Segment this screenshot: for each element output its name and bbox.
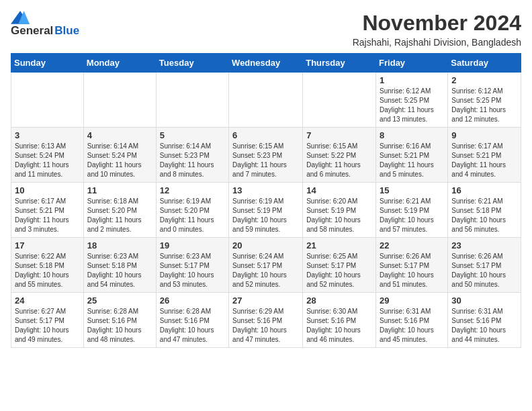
day-number: 5 [160, 130, 225, 140]
calendar-table: SundayMondayTuesdayWednesdayThursdayFrid… [11, 53, 521, 348]
calendar-cell: 8Sunrise: 6:16 AM Sunset: 5:21 PM Daylig… [376, 128, 448, 183]
day-info: Sunrise: 6:13 AM Sunset: 5:24 PM Dayligh… [15, 142, 80, 179]
day-number: 8 [380, 130, 444, 140]
logo-icon [11, 11, 30, 24]
month-title: November 2024 [353, 11, 521, 36]
day-number: 26 [160, 295, 225, 306]
day-info: Sunrise: 6:15 AM Sunset: 5:22 PM Dayligh… [306, 142, 372, 179]
calendar-week-row: 17Sunrise: 6:22 AM Sunset: 5:18 PM Dayli… [11, 238, 521, 293]
weekday-header-sunday: Sunday [11, 54, 84, 73]
day-info: Sunrise: 6:14 AM Sunset: 5:24 PM Dayligh… [87, 142, 152, 179]
location-title: Rajshahi, Rajshahi Division, Bangladesh [353, 37, 521, 48]
calendar-cell: 10Sunrise: 6:17 AM Sunset: 5:21 PM Dayli… [11, 183, 84, 238]
calendar-cell: 9Sunrise: 6:17 AM Sunset: 5:21 PM Daylig… [448, 128, 521, 183]
day-info: Sunrise: 6:28 AM Sunset: 5:16 PM Dayligh… [160, 307, 225, 345]
day-number: 27 [232, 295, 299, 306]
calendar-cell: 26Sunrise: 6:28 AM Sunset: 5:16 PM Dayli… [156, 293, 228, 348]
day-info: Sunrise: 6:27 AM Sunset: 5:17 PM Dayligh… [15, 307, 80, 345]
day-info: Sunrise: 6:26 AM Sunset: 5:17 PM Dayligh… [380, 252, 444, 289]
calendar-cell: 16Sunrise: 6:21 AM Sunset: 5:18 PM Dayli… [448, 183, 521, 238]
calendar-week-row: 10Sunrise: 6:17 AM Sunset: 5:21 PM Dayli… [11, 183, 521, 238]
day-info: Sunrise: 6:31 AM Sunset: 5:16 PM Dayligh… [380, 307, 444, 345]
calendar-cell: 7Sunrise: 6:15 AM Sunset: 5:22 PM Daylig… [303, 128, 376, 183]
calendar-cell: 12Sunrise: 6:19 AM Sunset: 5:20 PM Dayli… [156, 183, 228, 238]
calendar-cell [11, 73, 84, 128]
day-info: Sunrise: 6:31 AM Sunset: 5:16 PM Dayligh… [451, 307, 517, 345]
logo: General Blue [11, 11, 79, 38]
day-info: Sunrise: 6:24 AM Sunset: 5:17 PM Dayligh… [232, 252, 299, 289]
day-info: Sunrise: 6:21 AM Sunset: 5:18 PM Dayligh… [451, 197, 517, 234]
calendar-cell [83, 73, 156, 128]
day-number: 30 [451, 295, 517, 306]
day-info: Sunrise: 6:23 AM Sunset: 5:18 PM Dayligh… [87, 252, 152, 289]
day-info: Sunrise: 6:17 AM Sunset: 5:21 PM Dayligh… [451, 142, 517, 179]
day-number: 13 [232, 185, 299, 195]
calendar-cell: 3Sunrise: 6:13 AM Sunset: 5:24 PM Daylig… [11, 128, 84, 183]
day-number: 24 [15, 295, 80, 306]
calendar-cell: 25Sunrise: 6:28 AM Sunset: 5:16 PM Dayli… [83, 293, 156, 348]
day-number: 18 [87, 240, 152, 250]
day-info: Sunrise: 6:18 AM Sunset: 5:20 PM Dayligh… [87, 197, 152, 234]
calendar-cell: 24Sunrise: 6:27 AM Sunset: 5:17 PM Dayli… [11, 293, 84, 348]
calendar-cell: 22Sunrise: 6:26 AM Sunset: 5:17 PM Dayli… [376, 238, 448, 293]
calendar-week-row: 1Sunrise: 6:12 AM Sunset: 5:25 PM Daylig… [11, 73, 521, 128]
logo-blue: Blue [54, 24, 79, 38]
day-number: 7 [306, 130, 372, 140]
weekday-header-tuesday: Tuesday [156, 54, 228, 73]
weekday-header-row: SundayMondayTuesdayWednesdayThursdayFrid… [11, 54, 521, 73]
day-number: 4 [87, 130, 152, 140]
day-number: 25 [87, 295, 152, 306]
day-number: 17 [15, 240, 80, 250]
day-info: Sunrise: 6:19 AM Sunset: 5:20 PM Dayligh… [160, 197, 225, 234]
day-info: Sunrise: 6:20 AM Sunset: 5:19 PM Dayligh… [306, 197, 372, 234]
day-info: Sunrise: 6:16 AM Sunset: 5:21 PM Dayligh… [380, 142, 444, 179]
calendar-cell: 1Sunrise: 6:12 AM Sunset: 5:25 PM Daylig… [376, 73, 448, 128]
calendar-cell: 27Sunrise: 6:29 AM Sunset: 5:16 PM Dayli… [229, 293, 303, 348]
title-area: November 2024 Rajshahi, Rajshahi Divisio… [353, 11, 521, 48]
calendar-cell [229, 73, 303, 128]
weekday-header-monday: Monday [83, 54, 156, 73]
day-info: Sunrise: 6:30 AM Sunset: 5:16 PM Dayligh… [306, 307, 372, 345]
calendar-cell: 21Sunrise: 6:25 AM Sunset: 5:17 PM Dayli… [303, 238, 376, 293]
day-number: 16 [451, 185, 517, 195]
calendar-cell: 17Sunrise: 6:22 AM Sunset: 5:18 PM Dayli… [11, 238, 84, 293]
day-number: 10 [15, 185, 80, 195]
calendar-cell: 20Sunrise: 6:24 AM Sunset: 5:17 PM Dayli… [229, 238, 303, 293]
day-number: 19 [160, 240, 225, 250]
day-number: 2 [451, 75, 517, 85]
day-info: Sunrise: 6:17 AM Sunset: 5:21 PM Dayligh… [15, 197, 80, 234]
calendar-week-row: 24Sunrise: 6:27 AM Sunset: 5:17 PM Dayli… [11, 293, 521, 348]
calendar-cell: 29Sunrise: 6:31 AM Sunset: 5:16 PM Dayli… [376, 293, 448, 348]
weekday-header-saturday: Saturday [448, 54, 521, 73]
day-info: Sunrise: 6:22 AM Sunset: 5:18 PM Dayligh… [15, 252, 80, 289]
logo-general: General [11, 24, 53, 38]
day-number: 6 [232, 130, 299, 140]
day-number: 11 [87, 185, 152, 195]
calendar-cell: 28Sunrise: 6:30 AM Sunset: 5:16 PM Dayli… [303, 293, 376, 348]
calendar-cell: 5Sunrise: 6:14 AM Sunset: 5:23 PM Daylig… [156, 128, 228, 183]
calendar-cell: 6Sunrise: 6:15 AM Sunset: 5:23 PM Daylig… [229, 128, 303, 183]
calendar-cell [156, 73, 228, 128]
day-number: 20 [232, 240, 299, 250]
calendar-cell: 14Sunrise: 6:20 AM Sunset: 5:19 PM Dayli… [303, 183, 376, 238]
day-number: 28 [306, 295, 372, 306]
day-info: Sunrise: 6:26 AM Sunset: 5:17 PM Dayligh… [451, 252, 517, 289]
calendar-week-row: 3Sunrise: 6:13 AM Sunset: 5:24 PM Daylig… [11, 128, 521, 183]
day-info: Sunrise: 6:28 AM Sunset: 5:16 PM Dayligh… [87, 307, 152, 345]
weekday-header-wednesday: Wednesday [229, 54, 303, 73]
calendar-cell: 13Sunrise: 6:19 AM Sunset: 5:19 PM Dayli… [229, 183, 303, 238]
day-number: 1 [380, 75, 444, 85]
header: General Blue November 2024 Rajshahi, Raj… [11, 11, 521, 48]
day-number: 29 [380, 295, 444, 306]
calendar-cell: 2Sunrise: 6:12 AM Sunset: 5:25 PM Daylig… [448, 73, 521, 128]
day-number: 15 [380, 185, 444, 195]
day-info: Sunrise: 6:12 AM Sunset: 5:25 PM Dayligh… [451, 87, 517, 124]
calendar-cell: 18Sunrise: 6:23 AM Sunset: 5:18 PM Dayli… [83, 238, 156, 293]
day-info: Sunrise: 6:14 AM Sunset: 5:23 PM Dayligh… [160, 142, 225, 179]
day-info: Sunrise: 6:23 AM Sunset: 5:17 PM Dayligh… [160, 252, 225, 289]
calendar-cell: 19Sunrise: 6:23 AM Sunset: 5:17 PM Dayli… [156, 238, 228, 293]
day-info: Sunrise: 6:21 AM Sunset: 5:19 PM Dayligh… [380, 197, 444, 234]
calendar-cell [303, 73, 376, 128]
day-number: 12 [160, 185, 225, 195]
day-info: Sunrise: 6:12 AM Sunset: 5:25 PM Dayligh… [380, 87, 444, 124]
